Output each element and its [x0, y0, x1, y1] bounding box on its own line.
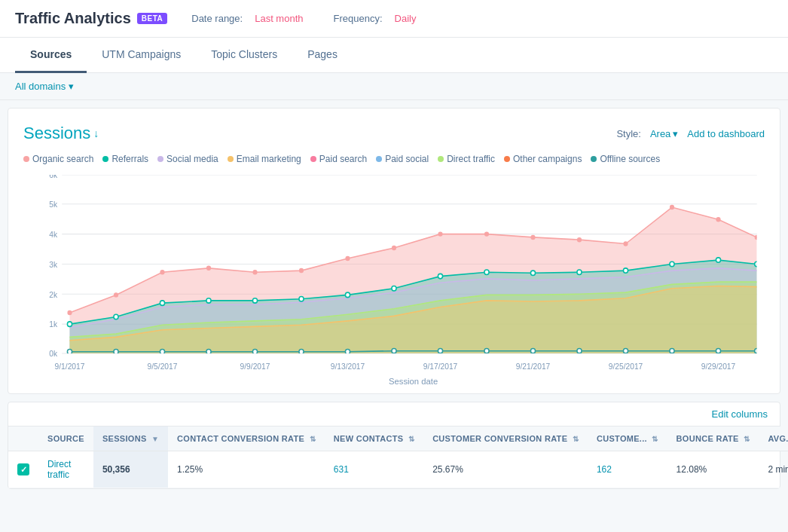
legend-item[interactable]: Paid social [376, 154, 429, 164]
chart-header: Sessions ↓ Style: Area ▾ Add to dashboar… [23, 124, 765, 143]
row-checkbox[interactable] [17, 463, 29, 475]
app-title-text: Traffic Analytics [15, 10, 131, 27]
style-dropdown[interactable]: Area ▾ [650, 128, 678, 139]
svg-text:9/9/2017: 9/9/2017 [240, 362, 270, 371]
svg-text:3k: 3k [49, 260, 58, 269]
legend-dot [591, 156, 597, 162]
edit-columns-button[interactable]: Edit columns [712, 408, 768, 420]
svg-text:2k: 2k [49, 289, 58, 298]
row-customer-conversion: 25.67% [423, 451, 588, 488]
svg-point-28 [670, 205, 674, 209]
date-range-value[interactable]: Last month [255, 13, 303, 24]
th-sessions[interactable]: SESSIONS ▼ [93, 427, 168, 451]
sort-icon-3: ⇅ [408, 435, 414, 443]
svg-point-56 [484, 348, 489, 353]
th-checkbox [8, 427, 38, 451]
svg-point-46 [755, 261, 759, 266]
table-header-row: SOURCE SESSIONS ▼ CONTACT CONVERSION RAT… [8, 427, 788, 451]
source-link[interactable]: Direct traffic [47, 459, 71, 480]
legend-label: Other campaigns [513, 154, 582, 164]
svg-point-29 [716, 217, 720, 222]
svg-point-26 [577, 237, 582, 242]
legend-label: Paid social [385, 154, 429, 164]
svg-point-20 [299, 268, 304, 273]
table-row: Direct traffic 50,356 1.25% 631 25.67% 1… [8, 451, 788, 488]
svg-text:6k: 6k [49, 175, 58, 179]
svg-text:9/5/2017: 9/5/2017 [148, 362, 178, 371]
domain-filter[interactable]: All domains ▾ [15, 81, 74, 92]
svg-point-40 [484, 270, 489, 274]
th-customers[interactable]: CUSTOME... ⇅ [588, 427, 667, 451]
svg-point-31 [67, 322, 72, 326]
style-label: Style: [616, 128, 641, 139]
svg-text:9/21/2017: 9/21/2017 [516, 362, 551, 371]
legend-item[interactable]: Offline sources [591, 154, 660, 164]
legend-label: Paid search [319, 154, 367, 164]
svg-point-17 [160, 270, 164, 274]
nav-tabs: Sources UTM Campaigns Topic Clusters Pag… [0, 38, 788, 73]
svg-point-58 [577, 348, 582, 353]
frequency-value[interactable]: Daily [395, 13, 417, 24]
svg-point-39 [438, 274, 442, 278]
legend-item[interactable]: Paid search [310, 154, 367, 164]
sessions-caret: ↓ [93, 127, 99, 139]
legend-item[interactable]: Social media [157, 154, 218, 164]
sessions-title[interactable]: Sessions ↓ [23, 124, 99, 143]
chart-controls: Style: Area ▾ Add to dashboard [616, 128, 765, 139]
legend-label: Offline sources [600, 154, 660, 164]
svg-point-37 [345, 292, 350, 297]
svg-point-45 [716, 258, 720, 262]
svg-text:9/1/2017: 9/1/2017 [55, 362, 85, 371]
legend-label: Social media [166, 154, 218, 164]
date-range-label: Date range: [191, 13, 243, 24]
svg-text:0k: 0k [49, 349, 58, 358]
sessions-label: Sessions [23, 124, 90, 143]
chart-legend: Organic searchReferralsSocial mediaEmail… [23, 154, 765, 164]
legend-item[interactable]: Referrals [102, 154, 148, 164]
svg-text:9/25/2017: 9/25/2017 [609, 362, 643, 371]
row-checkbox-cell[interactable] [8, 451, 38, 488]
th-contact-conversion[interactable]: CONTACT CONVERSION RATE ⇅ [168, 427, 325, 451]
legend-dot [157, 156, 163, 162]
svg-point-34 [206, 298, 211, 303]
tab-topic-clusters[interactable]: Topic Clusters [196, 38, 292, 73]
th-new-contacts[interactable]: NEW CONTACTS ⇅ [325, 427, 423, 451]
svg-point-43 [623, 268, 628, 273]
row-new-contacts: 631 [325, 451, 423, 488]
svg-point-30 [755, 235, 759, 240]
legend-item[interactable]: Direct traffic [438, 154, 495, 164]
svg-point-36 [299, 297, 304, 301]
svg-point-35 [252, 298, 257, 303]
svg-point-55 [438, 348, 442, 353]
svg-text:4k: 4k [49, 230, 58, 239]
row-bounce-rate: 12.08% [667, 451, 759, 488]
legend-item[interactable]: Email marketing [228, 154, 301, 164]
chevron-down-icon: ▾ [673, 128, 678, 139]
tab-utm-campaigns[interactable]: UTM Campaigns [87, 38, 196, 73]
legend-dot [310, 156, 316, 162]
legend-dot [102, 156, 108, 162]
row-source: Direct traffic [38, 451, 93, 488]
svg-point-32 [114, 314, 118, 319]
svg-point-60 [670, 348, 674, 353]
domain-bar: All domains ▾ [0, 73, 788, 100]
tab-pages[interactable]: Pages [292, 38, 353, 73]
legend-label: Direct traffic [447, 154, 495, 164]
svg-text:9/17/2017: 9/17/2017 [423, 362, 458, 371]
legend-item[interactable]: Organic search [23, 154, 93, 164]
th-customer-conversion[interactable]: CUSTOMER CONVERSION RATE ⇅ [423, 427, 588, 451]
tab-sources[interactable]: Sources [15, 38, 87, 73]
svg-point-42 [577, 270, 582, 274]
th-avg-session[interactable]: AVG. SESSION LENGTH ⇅ [759, 427, 788, 451]
legend-item[interactable]: Other campaigns [504, 154, 582, 164]
add-to-dashboard-button[interactable]: Add to dashboard [687, 128, 765, 139]
svg-point-62 [755, 348, 759, 353]
svg-point-61 [716, 348, 720, 353]
svg-point-44 [670, 261, 674, 266]
th-bounce-rate[interactable]: BOUNCE RATE ⇅ [667, 427, 759, 451]
row-avg-session: 2 minutes [759, 451, 788, 488]
frequency-label: Frequency: [334, 13, 383, 24]
header-controls: Date range: Last month Frequency: Daily [191, 13, 416, 24]
sort-icon-4: ⇅ [573, 435, 579, 443]
sort-icon: ▼ [151, 435, 159, 443]
